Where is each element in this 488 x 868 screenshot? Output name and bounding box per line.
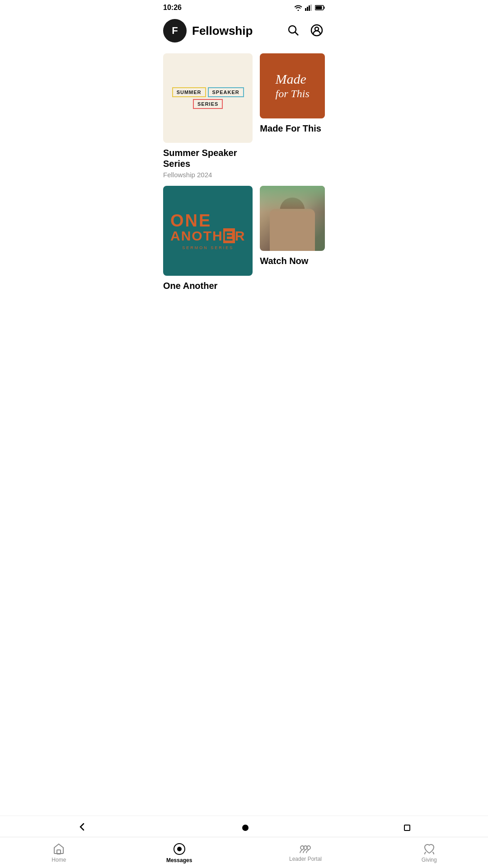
nav-messages-label: Messages <box>166 857 192 863</box>
label-speaker: SPEAKER <box>208 87 244 97</box>
wifi-icon <box>294 5 302 11</box>
summer-title: Summer Speaker Series <box>163 147 253 169</box>
series-card-made[interactable]: Made for This Made For This <box>260 53 325 179</box>
battery-icon <box>315 5 325 10</box>
svg-rect-3 <box>310 5 312 11</box>
svg-point-7 <box>289 26 296 33</box>
app-logo[interactable]: F <box>163 19 187 42</box>
main-content: SUMMER SPEAKER SERIES Summer Speaker Ser… <box>156 50 332 338</box>
series-card-summer[interactable]: SUMMER SPEAKER SERIES Summer Speaker Ser… <box>163 53 253 179</box>
person-body <box>270 209 315 251</box>
one-another-thumbnail: ONE ANOTHER SERMON SERIES <box>163 186 253 275</box>
android-home[interactable] <box>239 821 252 835</box>
svg-point-13 <box>177 847 182 851</box>
svg-rect-6 <box>316 6 322 9</box>
status-bar: 10:26 <box>156 0 332 15</box>
nav-messages[interactable]: Messages <box>161 841 197 865</box>
messages-icon <box>173 843 186 855</box>
bottom-nav: Home Messages Leader Portal Giving <box>156 837 332 868</box>
nav-leader-portal[interactable]: Leader Portal <box>284 842 327 864</box>
one-another-subtitle: SERMON SERIES <box>182 245 234 250</box>
summer-bg: SUMMER SPEAKER SERIES <box>163 53 253 143</box>
made-title: Made For This <box>260 123 325 134</box>
summer-top-row: SUMMER SPEAKER <box>172 87 244 97</box>
label-series: SERIES <box>193 99 223 109</box>
search-button[interactable] <box>285 22 301 40</box>
android-nav-bar <box>156 816 332 839</box>
bg-top <box>260 186 325 212</box>
svg-rect-5 <box>324 7 325 9</box>
series-grid: SUMMER SPEAKER SERIES Summer Speaker Ser… <box>163 53 325 293</box>
svg-rect-2 <box>309 5 310 11</box>
profile-icon <box>310 24 323 37</box>
status-icons <box>294 5 325 11</box>
nav-leader-label: Leader Portal <box>289 856 322 862</box>
search-icon <box>287 24 300 37</box>
app-header: F Fellowship <box>156 15 332 50</box>
signal-icon <box>305 5 312 11</box>
watch-title: Watch Now <box>260 255 325 266</box>
android-home-circle <box>242 825 249 831</box>
app-title: Fellowship <box>192 24 285 38</box>
profile-button[interactable] <box>309 22 325 40</box>
label-summer: SUMMER <box>172 87 206 97</box>
summer-labels: SUMMER SPEAKER SERIES <box>172 87 244 109</box>
series-card-one-another[interactable]: ONE ANOTHER SERMON SERIES One Another <box>163 186 253 292</box>
svg-rect-0 <box>305 8 306 11</box>
header-actions <box>285 22 325 40</box>
logo-letter: F <box>172 25 178 37</box>
leader-portal-icon <box>299 844 312 854</box>
made-bg: Made for This <box>260 53 325 118</box>
made-for-this-text: Made for This <box>268 64 316 108</box>
one-another-text: ONE ANOTHER <box>163 212 253 243</box>
watch-photo-bg <box>260 186 325 251</box>
one-another-title: One Another <box>163 280 253 291</box>
svg-line-8 <box>295 32 298 35</box>
watch-thumbnail <box>260 186 325 251</box>
one-another-bg: ONE ANOTHER SERMON SERIES <box>163 186 253 275</box>
series-card-watch[interactable]: Watch Now <box>260 186 325 292</box>
made-thumbnail: Made for This <box>260 53 325 118</box>
summer-subtitle: Fellowship 2024 <box>163 171 253 179</box>
status-time: 10:26 <box>163 4 182 12</box>
summer-thumbnail: SUMMER SPEAKER SERIES <box>163 53 253 143</box>
svg-rect-1 <box>307 7 308 11</box>
